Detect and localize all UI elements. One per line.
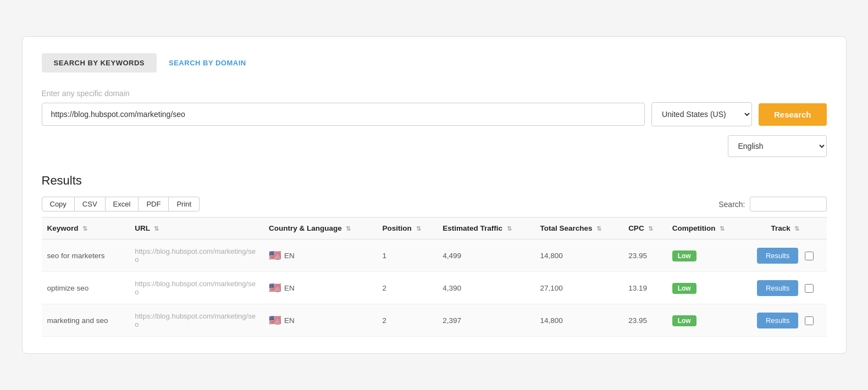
col-estimated-traffic[interactable]: Estimated Traffic ⇅ <box>437 218 534 239</box>
keyword-sort-icon: ⇅ <box>82 225 87 232</box>
col-cpc[interactable]: CPC ⇅ <box>623 218 667 239</box>
url-cell: https://blog.hubspot.com/marketing/seo <box>129 272 263 304</box>
excel-button[interactable]: Excel <box>106 197 139 211</box>
tab-row: SEARCH BY KEYWORDS SEARCH BY DOMAIN <box>42 53 827 73</box>
position-cell: 2 <box>377 272 438 304</box>
flag-icon: 🇺🇸 <box>269 249 281 261</box>
main-card: SEARCH BY KEYWORDS SEARCH BY DOMAIN Ente… <box>22 36 847 354</box>
tab-search-by-keywords[interactable]: SEARCH BY KEYWORDS <box>42 53 157 73</box>
cpc-cell: 23.95 <box>623 239 667 272</box>
research-button[interactable]: Research <box>759 103 827 126</box>
searches-cell: 14,800 <box>535 304 623 337</box>
results-button[interactable]: Results <box>757 280 798 296</box>
table-search-row: Search: <box>718 197 826 211</box>
flag-icon: 🇺🇸 <box>269 282 281 294</box>
competition-sort-icon: ⇅ <box>720 225 725 232</box>
col-competition[interactable]: Competition ⇅ <box>667 218 744 239</box>
position-cell: 2 <box>377 304 438 337</box>
results-table: Keyword ⇅ URL ⇅ Country & Language ⇅ Pos… <box>42 217 827 337</box>
table-row: seo for marketers https://blog.hubspot.c… <box>42 239 827 272</box>
position-sort-icon: ⇅ <box>416 225 421 232</box>
track-checkbox[interactable] <box>805 316 814 325</box>
track-sort-icon: ⇅ <box>794 225 799 232</box>
competition-cell: Low <box>667 304 744 337</box>
track-checkbox[interactable] <box>805 252 814 260</box>
lang-label: EN <box>284 316 295 325</box>
country-lang-cell: 🇺🇸 EN <box>263 239 377 272</box>
country-lang-cell: 🇺🇸 EN <box>263 272 377 304</box>
table-header-row: Keyword ⇅ URL ⇅ Country & Language ⇅ Pos… <box>42 218 827 239</box>
flag-icon: 🇺🇸 <box>269 314 281 326</box>
traffic-cell: 2,397 <box>437 304 534 337</box>
cpc-cell: 13.19 <box>623 272 667 304</box>
url-cell: https://blog.hubspot.com/marketing/seo <box>129 239 263 272</box>
url-cell: https://blog.hubspot.com/marketing/seo <box>129 304 263 337</box>
cpc-cell: 23.95 <box>623 304 667 337</box>
results-button[interactable]: Results <box>757 313 798 328</box>
keyword-cell: optimize seo <box>42 272 130 304</box>
tab-search-by-domain[interactable]: SEARCH BY DOMAIN <box>157 53 258 73</box>
pdf-button[interactable]: PDF <box>139 197 169 211</box>
export-buttons: Copy CSV Excel PDF Print <box>42 197 200 211</box>
country-select[interactable]: United States (US) United Kingdom (UK) C… <box>651 102 752 126</box>
competition-cell: Low <box>667 239 744 272</box>
competition-badge: Low <box>672 283 696 294</box>
position-cell: 1 <box>377 239 438 272</box>
url-sort-icon: ⇅ <box>154 225 159 232</box>
traffic-cell: 4,390 <box>437 272 534 304</box>
track-checkbox[interactable] <box>805 284 814 293</box>
search-row: United States (US) United Kingdom (UK) C… <box>42 102 827 126</box>
col-track[interactable]: Track ⇅ <box>744 218 826 239</box>
table-search-input[interactable] <box>750 197 827 211</box>
searches-sort-icon: ⇅ <box>596 225 601 232</box>
col-total-searches[interactable]: Total Searches ⇅ <box>535 218 623 239</box>
track-cell: Results <box>744 239 826 272</box>
traffic-sort-icon: ⇅ <box>507 225 512 232</box>
traffic-cell: 4,499 <box>437 239 534 272</box>
cpc-sort-icon: ⇅ <box>648 225 653 232</box>
csv-button[interactable]: CSV <box>75 197 106 211</box>
url-input[interactable] <box>42 103 645 126</box>
copy-button[interactable]: Copy <box>42 197 75 211</box>
keyword-cell: marketing and seo <box>42 304 130 337</box>
keyword-cell: seo for marketers <box>42 239 130 272</box>
results-button[interactable]: Results <box>757 248 798 264</box>
toolbar-row: Copy CSV Excel PDF Print Search: <box>42 197 827 211</box>
table-body: seo for marketers https://blog.hubspot.c… <box>42 239 827 337</box>
competition-badge: Low <box>672 250 696 261</box>
competition-badge: Low <box>672 315 696 326</box>
print-button[interactable]: Print <box>169 197 200 211</box>
lang-label: EN <box>284 252 295 260</box>
results-title: Results <box>42 174 827 188</box>
col-country-language[interactable]: Country & Language ⇅ <box>263 218 377 239</box>
table-row: optimize seo https://blog.hubspot.com/ma… <box>42 272 827 304</box>
language-row: English Spanish French German <box>42 135 827 157</box>
track-cell: Results <box>744 272 826 304</box>
searches-cell: 27,100 <box>535 272 623 304</box>
language-select[interactable]: English Spanish French German <box>728 135 827 157</box>
country-sort-icon: ⇅ <box>346 225 351 232</box>
table-row: marketing and seo https://blog.hubspot.c… <box>42 304 827 337</box>
track-cell: Results <box>744 304 826 337</box>
table-search-label: Search: <box>718 200 745 209</box>
competition-cell: Low <box>667 272 744 304</box>
lang-label: EN <box>284 284 295 292</box>
country-lang-cell: 🇺🇸 EN <box>263 304 377 337</box>
searches-cell: 14,800 <box>535 239 623 272</box>
col-url[interactable]: URL ⇅ <box>129 218 263 239</box>
col-position[interactable]: Position ⇅ <box>377 218 438 239</box>
col-keyword[interactable]: Keyword ⇅ <box>42 218 130 239</box>
domain-input-label: Enter any specific domain <box>42 89 827 98</box>
